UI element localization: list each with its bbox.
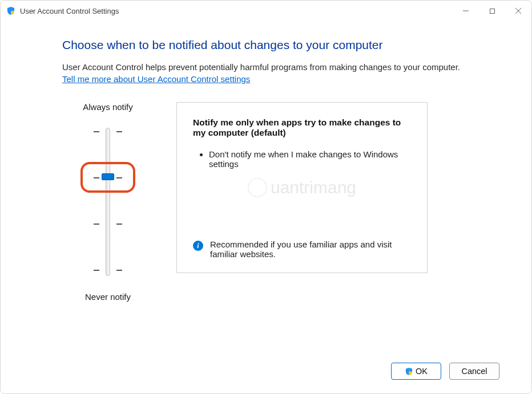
dialog-button-row: OK Cancel <box>391 363 499 380</box>
slider-track[interactable] <box>91 122 125 282</box>
cancel-button-label: Cancel <box>461 367 487 376</box>
close-button[interactable] <box>505 1 531 21</box>
info-icon: i <box>193 241 203 251</box>
ok-button[interactable]: OK <box>391 363 441 380</box>
panel-title: Notify me only when apps try to make cha… <box>193 117 411 138</box>
recommendation: i Recommended if you use familiar apps a… <box>193 217 411 259</box>
level-detail-panel: uantrimang Notify me only when apps try … <box>176 102 428 273</box>
maximize-button[interactable] <box>479 1 505 21</box>
svg-rect-1 <box>490 9 494 13</box>
shield-icon <box>6 6 15 15</box>
page-heading: Choose when to be notified about changes… <box>62 38 497 52</box>
notify-slider[interactable]: Always notify Never notify <box>62 102 154 302</box>
slider-label-bottom: Never notify <box>85 292 131 302</box>
content-area: Choose when to be notified about changes… <box>1 21 531 313</box>
panel-bullet-list: Don't notify me when I make changes to W… <box>193 149 411 173</box>
cancel-button[interactable]: Cancel <box>449 363 499 380</box>
slider-thumb[interactable] <box>102 173 114 180</box>
slider-label-top: Always notify <box>83 102 133 112</box>
page-description: User Account Control helps prevent poten… <box>62 62 497 72</box>
shield-icon <box>405 367 413 376</box>
recommendation-text: Recommended if you use familiar apps and… <box>210 239 411 259</box>
titlebar: User Account Control Settings <box>1 1 531 21</box>
slider-rail <box>106 128 110 276</box>
watermark: uantrimang <box>248 178 356 197</box>
ok-button-label: OK <box>416 367 428 376</box>
help-link[interactable]: Tell me more about User Account Control … <box>62 74 250 84</box>
panel-bullet: Don't notify me when I make changes to W… <box>209 149 411 169</box>
window-title: User Account Control Settings <box>20 7 119 15</box>
minimize-button[interactable] <box>453 1 479 21</box>
